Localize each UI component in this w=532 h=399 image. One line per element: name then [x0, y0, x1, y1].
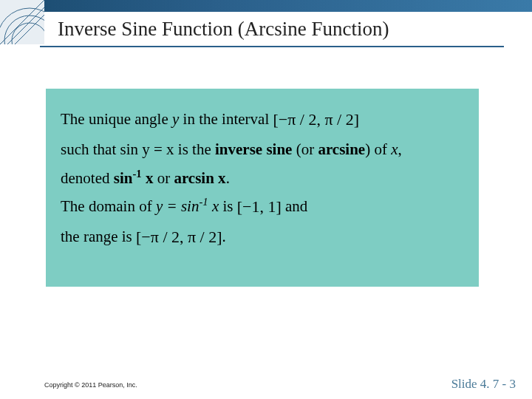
definition-line-2: such that sin y = x is the inverse sine … [61, 135, 464, 164]
corner-logo [0, 0, 44, 44]
term-arcsine: arcsine [318, 140, 365, 158]
text: (or [292, 140, 318, 158]
text: and [282, 197, 308, 215]
text: denoted [61, 169, 114, 187]
equation-part: y = sin [156, 197, 200, 215]
notation-x: x [142, 169, 154, 187]
equation: sin y = x [120, 140, 174, 158]
text: The unique angle [61, 110, 172, 128]
title-underline [40, 46, 504, 47]
definition-line-3: denoted sin-1 x or arcsin x. [61, 164, 464, 193]
var-y: y [172, 110, 179, 128]
equation-part: x [208, 197, 219, 215]
text: is the [174, 140, 215, 158]
interval-range: [−π / 2, π / 2] [273, 110, 360, 129]
definition-line-4: The domain of y = sin-1 x is [−1, 1] and [61, 192, 464, 222]
header-bar [0, 0, 532, 12]
text: . [226, 169, 230, 187]
text: in the interval [179, 110, 273, 128]
interval-domain: [−1, 1] [237, 197, 282, 216]
slide-title: Inverse Sine Function (Arcsine Function) [58, 18, 389, 41]
equation-sup: -1 [199, 196, 208, 208]
copyright-text: Copyright © 2011 Pearson, Inc. [44, 381, 137, 389]
definition-box: The unique angle y in the interval [−π /… [46, 89, 479, 287]
notation-sup: -1 [132, 168, 141, 180]
interval-range-2: [−π / 2, π / 2] [136, 228, 222, 246]
text: , [398, 140, 402, 158]
slide-number: Slide 4. 7 - 3 [451, 377, 516, 392]
notation-arcsin: arcsin x [174, 169, 225, 187]
var-x: x [391, 140, 398, 158]
text: . [222, 228, 226, 245]
text: or [153, 169, 174, 187]
text: is [219, 197, 237, 215]
text: The domain of [61, 197, 156, 215]
notation-sin: sin [114, 169, 133, 187]
text: such that [61, 140, 120, 158]
definition-line-1: The unique angle y in the interval [−π /… [61, 105, 464, 135]
text: ) of [365, 140, 391, 158]
definition-line-5: the range is [−π / 2, π / 2]. [61, 222, 464, 253]
term-inverse-sine: inverse sine [215, 140, 292, 158]
text: the range is [61, 228, 136, 245]
